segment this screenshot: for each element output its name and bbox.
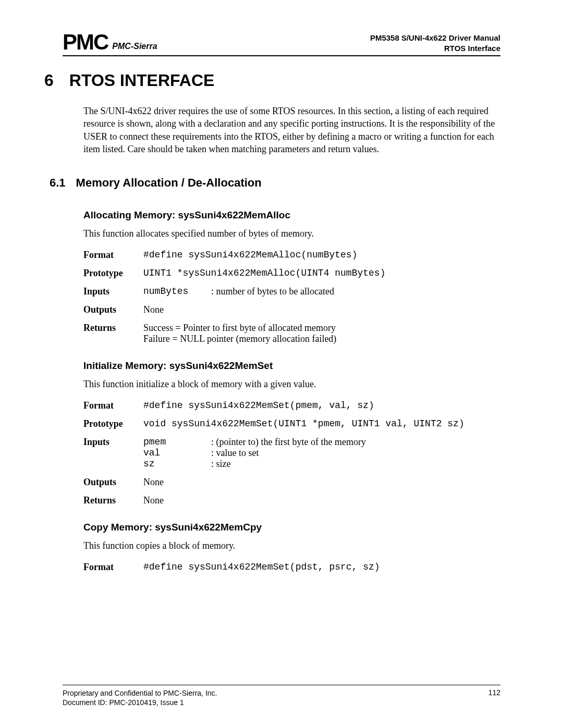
- table-row: Inputs numBytes : number of bytes to be …: [83, 286, 500, 297]
- doc-title: PM5358 S/UNI-4x622 Driver Manual: [370, 33, 500, 43]
- param-name: val: [143, 448, 211, 459]
- intro-paragraph: The S/UNI-4x622 driver requires the use …: [83, 105, 500, 155]
- chapter-number: 6: [44, 71, 54, 90]
- section-title: 6.1 Memory Allocation / De-Allocation: [50, 176, 500, 190]
- table-row: Returns None: [83, 495, 500, 506]
- returns-line2: Failure = NULL pointer (memory allocatio…: [143, 334, 500, 344]
- table-row: Outputs None: [83, 477, 500, 488]
- func2-title: Initialize Memory: sysSuni4x622MemSet: [83, 360, 500, 372]
- param-name: sz: [143, 459, 211, 470]
- table-row: Format #define sysSuni4x622MemAlloc(numB…: [83, 250, 500, 261]
- logo-area: PMC PMC-Sierra: [63, 31, 157, 53]
- param-desc: : number of bytes to be allocated: [211, 286, 500, 297]
- func1-returns: Success = Pointer to first byte of alloc…: [143, 323, 500, 344]
- table-row: Format #define sysSuni4x622MemSet(pmem, …: [83, 400, 500, 411]
- func3-table: Format #define sysSuni4x622MemSet(pdst, …: [83, 562, 500, 573]
- table-row: Outputs None: [83, 304, 500, 315]
- footer-left: Proprietary and Confidential to PMC-Sier…: [63, 688, 217, 707]
- label-returns: Returns: [83, 323, 143, 344]
- page-footer: Proprietary and Confidential to PMC-Sier…: [63, 685, 500, 707]
- param-name: numBytes: [143, 286, 211, 297]
- label-format: Format: [83, 562, 143, 573]
- logo-subtext: PMC-Sierra: [112, 42, 157, 53]
- table-row: Prototype void sysSuni4x622MemSet(UINT1 …: [83, 418, 500, 429]
- func2-returns: None: [143, 495, 500, 506]
- func3-format: #define sysSuni4x622MemSet(pdst, psrc, s…: [143, 562, 500, 573]
- page-header: PMC PMC-Sierra PM5358 S/UNI-4x622 Driver…: [63, 31, 500, 56]
- func3-title: Copy Memory: sysSuni4x622MemCpy: [83, 522, 500, 533]
- func2-outputs: None: [143, 477, 500, 488]
- footer-line2: Document ID: PMC-2010419, Issue 1: [63, 698, 217, 707]
- func1-table: Format #define sysSuni4x622MemAlloc(numB…: [83, 250, 500, 344]
- label-format: Format: [83, 400, 143, 411]
- label-prototype: Prototype: [83, 418, 143, 429]
- func1-format: #define sysSuni4x622MemAlloc(numBytes): [143, 250, 500, 261]
- func2-desc: This function initialize a block of memo…: [83, 379, 500, 390]
- label-inputs: Inputs: [83, 286, 143, 297]
- chapter-name: RTOS INTERFACE: [69, 71, 215, 90]
- table-row: Inputs pmem : (pointer to) the first byt…: [83, 437, 500, 470]
- label-outputs: Outputs: [83, 304, 143, 315]
- param-desc: : value to set: [211, 448, 500, 459]
- label-returns: Returns: [83, 495, 143, 506]
- footer-line1: Proprietary and Confidential to PMC-Sier…: [63, 688, 217, 698]
- func1-title: Allocating Memory: sysSuni4x622MemAlloc: [83, 209, 500, 221]
- pmc-logo: PMC: [63, 31, 108, 53]
- label-inputs: Inputs: [83, 437, 143, 470]
- label-outputs: Outputs: [83, 477, 143, 488]
- returns-line1: Success = Pointer to first byte of alloc…: [143, 323, 500, 334]
- chapter-title: 6 RTOS INTERFACE: [44, 71, 500, 90]
- func1-desc: This function allocates specified number…: [83, 228, 500, 239]
- func2-format: #define sysSuni4x622MemSet(pmem, val, sz…: [143, 400, 500, 411]
- table-row: Prototype UINT1 *sysSuni4x622MemAlloc(UI…: [83, 268, 500, 279]
- page-number: 112: [488, 688, 500, 707]
- section-name: Memory Allocation / De-Allocation: [76, 176, 262, 190]
- param-name: pmem: [143, 437, 211, 448]
- func2-prototype: void sysSuni4x622MemSet(UINT1 *pmem, UIN…: [143, 418, 500, 429]
- func1-prototype: UINT1 *sysSuni4x622MemAlloc(UINT4 numByt…: [143, 268, 500, 279]
- func1-outputs: None: [143, 304, 500, 315]
- label-prototype: Prototype: [83, 268, 143, 279]
- func3-desc: This function copies a block of memory.: [83, 540, 500, 551]
- section-number: 6.1: [50, 176, 66, 190]
- table-row: Format #define sysSuni4x622MemSet(pdst, …: [83, 562, 500, 573]
- header-right: PM5358 S/UNI-4x622 Driver Manual RTOS In…: [370, 33, 500, 53]
- document-page: PMC PMC-Sierra PM5358 S/UNI-4x622 Driver…: [0, 0, 563, 728]
- func2-inputs: pmem : (pointer to) the first byte of th…: [143, 437, 500, 470]
- param-desc: : (pointer to) the first byte of the mem…: [211, 437, 500, 448]
- doc-section: RTOS Interface: [370, 43, 500, 54]
- func1-inputs: numBytes : number of bytes to be allocat…: [143, 286, 500, 297]
- label-format: Format: [83, 250, 143, 261]
- param-desc: : size: [211, 459, 500, 470]
- func2-table: Format #define sysSuni4x622MemSet(pmem, …: [83, 400, 500, 506]
- table-row: Returns Success = Pointer to first byte …: [83, 323, 500, 344]
